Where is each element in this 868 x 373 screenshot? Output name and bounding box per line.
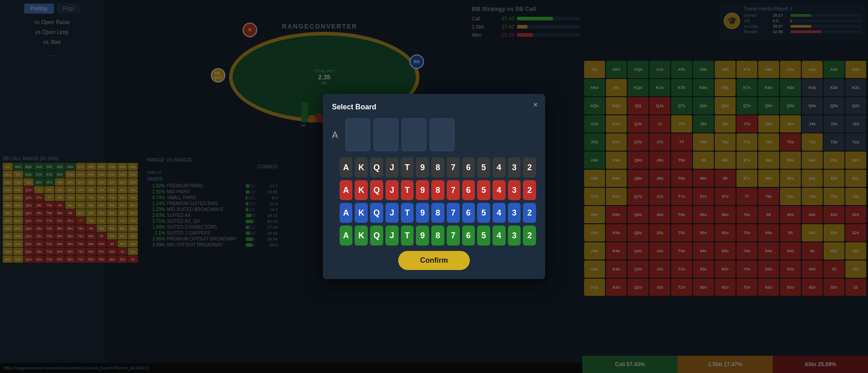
modal-overlay: Select Board × A ·AKQJT98765432·AKQJT987… [0,0,868,373]
card-slot-2[interactable] [374,118,398,151]
confirm-btn[interactable]: Confirm [398,251,469,270]
kb-key-3-11[interactable]: 3 [508,226,521,245]
kb-key-2-3[interactable]: J [385,203,399,223]
kb-key-2-4[interactable]: T [401,203,414,223]
kb-key-3-9[interactable]: 5 [477,226,490,245]
select-board-modal: Select Board × A ·AKQJT98765432·AKQJT987… [323,94,545,279]
kb-key-1-5[interactable]: 9 [416,180,429,200]
kb-key-1-6[interactable]: 8 [431,180,444,200]
kb-row-0: ·AKQJT98765432 [332,157,536,177]
kb-row-3: ·AKQJT98765432 [332,226,536,245]
kb-key-1-4[interactable]: T [401,180,414,200]
kb-key-1-8[interactable]: 6 [462,180,475,200]
kb-key-0-11[interactable]: 3 [508,157,521,177]
kb-key-2-9[interactable]: 5 [477,203,490,223]
kb-key-2-1[interactable]: K [355,203,368,223]
kb-key-0-6[interactable]: 8 [431,157,444,177]
kb-key-3-10[interactable]: 4 [493,226,506,245]
card-slot-1[interactable] [346,118,370,151]
kb-key-1-1[interactable]: K [355,180,368,200]
kb-key-0-0[interactable]: A [340,157,353,177]
kb-key-3-8[interactable]: 6 [462,226,475,245]
card-slot-4[interactable] [430,118,454,151]
kb-key-2-2[interactable]: Q [370,203,383,223]
kb-key-2-5[interactable]: 9 [416,203,429,223]
kb-key-1-3[interactable]: J [385,180,399,200]
kb-key-3-3[interactable]: J [385,226,399,245]
kb-key-3-5[interactable]: 9 [416,226,429,245]
kb-key-2-12[interactable]: 2 [523,203,536,223]
kb-key-2-8[interactable]: 6 [462,203,475,223]
kb-key-3-4[interactable]: T [401,226,414,245]
kb-key-3-1[interactable]: K [355,226,368,245]
kb-key-1-12[interactable]: 2 [523,180,536,200]
kb-key-0-5[interactable]: 9 [416,157,429,177]
kb-key-1-9[interactable]: 5 [477,180,490,200]
kb-key-0-8[interactable]: 6 [462,157,475,177]
kb-key-0-2[interactable]: Q [370,157,383,177]
card-slot-3[interactable] [402,118,426,151]
kb-key-1-11[interactable]: 3 [508,180,521,200]
kb-key-2-0[interactable]: A [340,203,353,223]
kb-key-1-7[interactable]: 7 [447,180,460,200]
kb-row-1: ·AKQJT98765432 [332,180,536,200]
kb-key-0-12[interactable]: 2 [523,157,536,177]
kb-row-2: ·AKQJT98765432 [332,203,536,223]
kb-key-3-2[interactable]: Q [370,226,383,245]
kb-key-0-10[interactable]: 4 [493,157,506,177]
kb-key-2-7[interactable]: 7 [447,203,460,223]
kb-key-3-12[interactable]: 2 [523,226,536,245]
kb-key-1-10[interactable]: 4 [493,180,506,200]
kb-dot-2: · [332,210,337,216]
kb-key-0-9[interactable]: 5 [477,157,490,177]
card-rank-label: A [332,130,342,140]
kb-key-3-7[interactable]: 7 [447,226,460,245]
main-background: Preflop Flop vs Open Raise vs Open Limp … [0,0,868,373]
kb-key-0-1[interactable]: K [355,157,368,177]
modal-title: Select Board [332,103,536,111]
card-slot-row: A [332,118,536,151]
kb-key-0-3[interactable]: J [385,157,399,177]
kb-dot-3: · [332,232,337,239]
kb-dot-0: · [332,164,337,171]
kb-key-1-0[interactable]: A [340,180,353,200]
kb-key-3-6[interactable]: 8 [431,226,444,245]
kb-key-2-11[interactable]: 3 [508,203,521,223]
kb-key-3-0[interactable]: A [340,226,353,245]
kb-key-2-6[interactable]: 8 [431,203,444,223]
kb-key-0-4[interactable]: T [401,157,414,177]
kb-key-1-2[interactable]: Q [370,180,383,200]
modal-close-btn[interactable]: × [533,100,538,110]
kb-key-0-7[interactable]: 7 [447,157,460,177]
keyboard-container: ·AKQJT98765432·AKQJT98765432·AKQJT987654… [332,157,536,245]
kb-key-2-10[interactable]: 4 [493,203,506,223]
kb-dot-1: · [332,187,337,194]
